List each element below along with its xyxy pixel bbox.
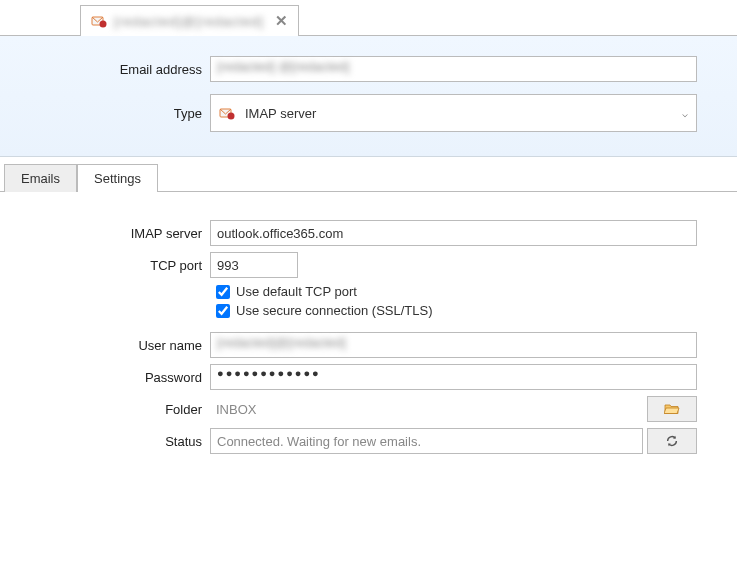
tcp-port-input[interactable] [210, 252, 298, 278]
account-header-panel: Email address [redacted] @[redacted] Typ… [0, 36, 737, 157]
user-name-input[interactable]: [redacted]@[redacted] [210, 332, 697, 358]
password-label: Password [0, 370, 210, 385]
settings-panel: IMAP server TCP port Use default TCP por… [0, 192, 737, 470]
close-icon[interactable]: ✕ [275, 12, 288, 30]
refresh-icon [665, 434, 679, 448]
tab-settings[interactable]: Settings [77, 164, 158, 192]
imap-server-label: IMAP server [0, 226, 210, 241]
svg-point-3 [228, 113, 235, 120]
account-tab-bar: [redacted]@[redacted] ✕ [0, 0, 737, 36]
imap-server-input[interactable] [210, 220, 697, 246]
type-select-value: IMAP server [245, 106, 316, 121]
password-input[interactable]: ●●●●●●●●●●●● [210, 364, 697, 390]
account-tab[interactable]: [redacted]@[redacted] ✕ [80, 5, 299, 36]
email-address-input[interactable]: [redacted] @[redacted] [210, 56, 697, 82]
folder-value: INBOX [210, 397, 643, 422]
status-label: Status [0, 434, 210, 449]
browse-folder-button[interactable] [647, 396, 697, 422]
chevron-down-icon: ⌵ [682, 108, 688, 119]
tcp-port-label: TCP port [0, 258, 210, 273]
mail-icon [91, 13, 107, 29]
folder-open-icon [664, 403, 680, 415]
tab-emails[interactable]: Emails [4, 164, 77, 192]
type-select[interactable]: IMAP server ⌵ [210, 94, 697, 132]
use-secure-label: Use secure connection (SSL/TLS) [236, 303, 433, 318]
user-name-label: User name [0, 338, 210, 353]
refresh-status-button[interactable] [647, 428, 697, 454]
account-tab-title: [redacted]@[redacted] [114, 14, 264, 29]
use-default-port-label: Use default TCP port [236, 284, 357, 299]
status-value [210, 428, 643, 454]
type-label: Type [0, 106, 210, 121]
email-address-label: Email address [0, 62, 210, 77]
svg-point-1 [100, 21, 107, 28]
content-tabs: Emails Settings [0, 163, 737, 192]
use-default-port-checkbox[interactable] [216, 285, 230, 299]
use-secure-checkbox[interactable] [216, 304, 230, 318]
mail-icon [219, 105, 235, 121]
folder-label: Folder [0, 402, 210, 417]
